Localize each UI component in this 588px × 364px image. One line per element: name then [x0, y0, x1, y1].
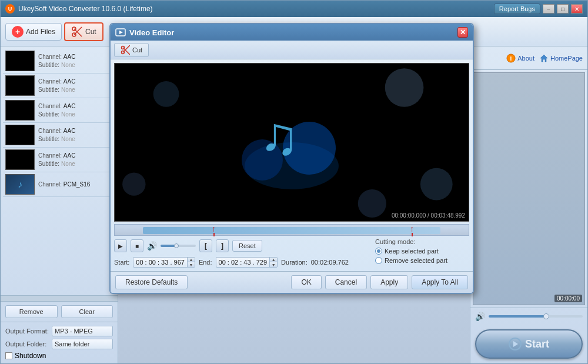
start-time-down[interactable]: ▼ — [188, 262, 195, 267]
list-item: Channel: AAC Subtitle: None — [3, 98, 115, 123]
start-time-spinners[interactable]: ▲ ▼ — [187, 258, 195, 267]
app-window: U UkeySoft Video Converter 10.6.0 (Lifet… — [0, 0, 588, 364]
cutting-mode-panel: Cutting mode: Keep selected part Remove … — [375, 238, 469, 264]
apply-button[interactable]: Apply — [370, 275, 408, 289]
svg-line-2 — [74, 29, 82, 36]
modal-close-button[interactable]: ✕ — [457, 27, 468, 38]
title-bar: U UkeySoft Video Converter 10.6.0 (Lifet… — [1, 1, 587, 17]
right-preview: 00:00:00 — [473, 72, 585, 305]
right-top-bar: i About HomePage — [470, 46, 587, 70]
close-button[interactable]: ✕ — [571, 4, 583, 14]
play-button[interactable]: ▶ — [114, 239, 127, 252]
list-item: Channel: AAC Subtitle: None — [3, 49, 115, 74]
svg-point-18 — [385, 68, 424, 107]
shutdown-label: Shutdown — [15, 352, 46, 360]
timeline-handle-right[interactable]: ↑ — [409, 225, 416, 236]
file-info: Channel: AAC Subtitle: None — [38, 152, 75, 168]
svg-point-21 — [358, 189, 386, 218]
file-list-buttons: Remove Clear — [1, 301, 118, 322]
cut-tab[interactable]: Cut — [114, 43, 149, 57]
end-time-down[interactable]: ▼ — [270, 262, 277, 267]
remove-label: Remove selected part — [385, 257, 447, 264]
output-folder-row: Output Folder: Same folder — [5, 339, 113, 349]
home-icon — [539, 54, 549, 63]
modal-body: ♫ 00:00:00.000 / 00:03:48.992 — [111, 59, 473, 271]
modal-title-left: Video Editor — [115, 27, 174, 38]
cut-button[interactable]: Cut — [64, 22, 103, 41]
start-icon — [509, 338, 522, 350]
duration-value: 00:02:09.762 — [311, 259, 349, 266]
stop-button[interactable]: ■ — [131, 239, 143, 252]
horizontal-scrollbar[interactable] — [1, 295, 118, 301]
homepage-label: HomePage — [550, 55, 583, 62]
timeline[interactable]: ↑ ↑ — [114, 224, 469, 236]
volume-icon-small: 🔊 — [147, 241, 157, 251]
maximize-button[interactable]: □ — [557, 4, 569, 14]
reset-button[interactable]: Reset — [232, 240, 262, 252]
remove-button[interactable]: Remove — [5, 305, 58, 318]
right-arrow-icon: ↑ — [410, 225, 414, 233]
output-folder-value[interactable]: Same folder — [52, 339, 113, 349]
left-arrow-icon: ↑ — [212, 225, 216, 233]
video-editor-icon — [115, 27, 126, 38]
homepage-link[interactable]: HomePage — [539, 54, 583, 63]
file-info: Channel: AAC Subtitle: None — [38, 127, 75, 143]
time-inputs-row: Start: 00 : 00 : 33 . 967 ▲ ▼ End: 00 : — [114, 257, 370, 268]
video-preview: ♫ 00:00:00.000 / 00:03:48.992 — [114, 63, 469, 222]
shutdown-checkbox[interactable] — [5, 352, 12, 359]
add-files-button[interactable]: + Add Files — [5, 23, 62, 41]
about-icon: i — [506, 54, 516, 63]
end-time-value: 00 : 02 : 43 . 729 — [216, 258, 270, 267]
report-bugs-button[interactable]: Report Bugs — [494, 4, 540, 14]
remove-selected-radio[interactable]: Remove selected part — [375, 257, 469, 264]
file-thumbnail — [5, 100, 35, 121]
cancel-button[interactable]: Cancel — [325, 275, 367, 289]
keep-radio-button[interactable] — [375, 248, 382, 255]
start-time-up[interactable]: ▲ — [188, 258, 195, 262]
volume-slider[interactable] — [489, 315, 583, 318]
end-time-input[interactable]: 00 : 02 : 43 . 729 ▲ ▼ — [216, 257, 278, 268]
bracket-start-button[interactable]: [ — [199, 239, 212, 252]
cut-label: Cut — [85, 28, 96, 36]
cut-tab-label: Cut — [132, 46, 142, 54]
ok-button[interactable]: OK — [291, 275, 321, 289]
start-button[interactable]: Start — [475, 329, 583, 359]
cutting-mode-label: Cutting mode: — [375, 238, 469, 245]
title-bar-right: Report Bugs − □ ✕ — [494, 4, 583, 14]
timeline-handle-left[interactable]: ↑ — [211, 225, 218, 236]
start-time-input[interactable]: 00 : 00 : 33 . 967 ▲ ▼ — [133, 257, 195, 268]
modal-title-bar: Video Editor ✕ — [111, 24, 473, 41]
keep-selected-radio[interactable]: Keep selected part — [375, 248, 469, 255]
timeline-bar — [143, 227, 440, 234]
add-files-icon: + — [12, 26, 24, 38]
audio-slider[interactable] — [161, 245, 196, 247]
volume-icon: 🔊 — [475, 312, 485, 321]
right-panel: i About HomePage 00:00:00 🔊 — [470, 46, 587, 363]
clear-button[interactable]: Clear — [61, 305, 113, 318]
bracket-end-button[interactable]: ] — [216, 239, 229, 252]
playback-controls: ▶ ■ 🔊 [ ] Reset Start: — [114, 238, 370, 268]
volume-thumb[interactable] — [543, 313, 549, 319]
audio-slider-thumb[interactable] — [174, 243, 179, 248]
file-list: Channel: AAC Subtitle: None Channel: AAC… — [1, 46, 118, 295]
file-thumbnail — [5, 75, 35, 96]
video-time-display: 00:00:00.000 / 00:03:48.992 — [392, 212, 465, 219]
modal-toolbar: Cut — [111, 41, 473, 59]
minimize-button[interactable]: − — [543, 4, 554, 14]
svg-point-19 — [420, 168, 453, 201]
start-time-label: Start: — [114, 259, 129, 266]
end-time-spinners[interactable]: ▲ ▼ — [269, 258, 277, 267]
output-format-label: Output Format: — [5, 328, 49, 335]
start-label: Start — [525, 338, 549, 350]
modal-footer: Restore Defaults OK Cancel Apply Apply T… — [111, 271, 473, 293]
remove-radio-button[interactable] — [375, 257, 382, 264]
left-panel: Channel: AAC Subtitle: None Channel: AAC… — [1, 46, 118, 363]
about-link[interactable]: i About — [506, 54, 534, 63]
right-time-display: 00:00:00 — [554, 295, 582, 302]
output-folder-label: Output Folder: — [5, 340, 49, 348]
apply-to-all-button[interactable]: Apply To All — [412, 275, 468, 289]
output-format-value[interactable]: MP3 - MPEG — [52, 326, 113, 336]
end-time-up[interactable]: ▲ — [270, 258, 277, 262]
volume-control: 🔊 — [470, 308, 587, 325]
restore-defaults-button[interactable]: Restore Defaults — [115, 275, 188, 289]
